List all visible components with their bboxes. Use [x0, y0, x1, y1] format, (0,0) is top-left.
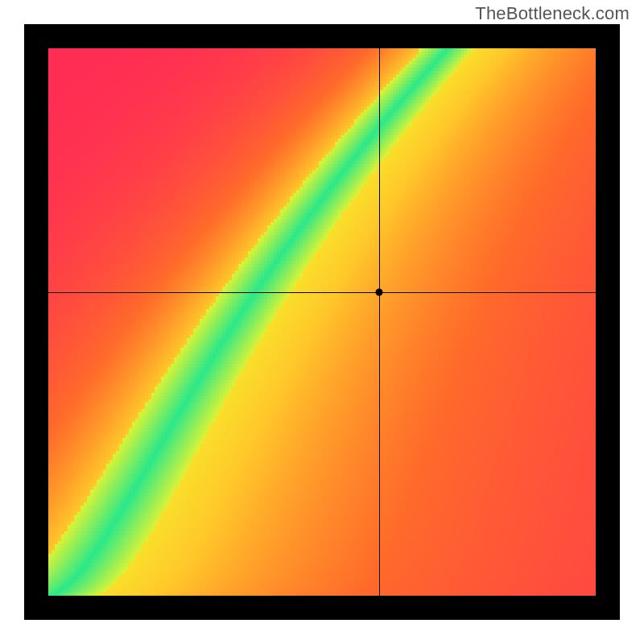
data-point-marker: [376, 288, 383, 295]
crosshair-vertical: [379, 48, 380, 596]
crosshair-horizontal: [48, 292, 596, 293]
heatmap-canvas: [48, 48, 596, 596]
plot-area: [48, 48, 596, 596]
chart-container: TheBottleneck.com: [0, 0, 644, 644]
plot-frame: [24, 24, 620, 620]
watermark-label: TheBottleneck.com: [475, 3, 630, 24]
